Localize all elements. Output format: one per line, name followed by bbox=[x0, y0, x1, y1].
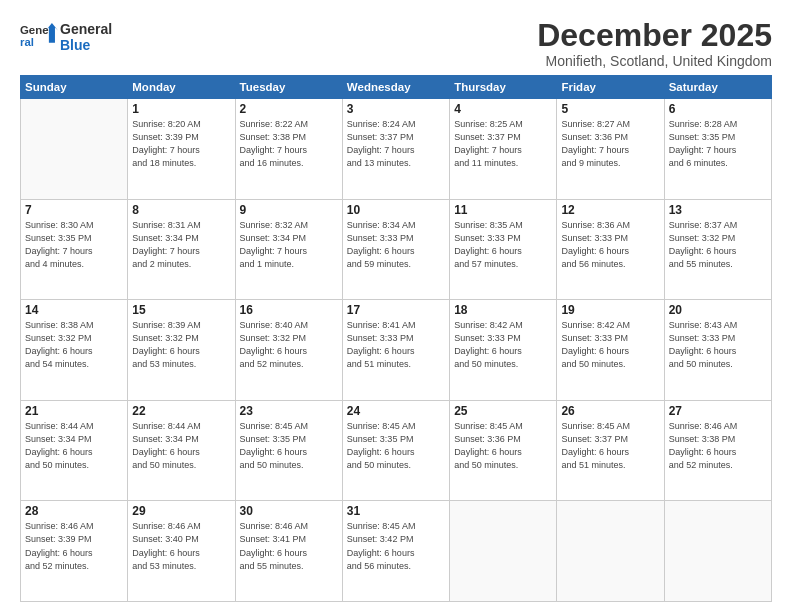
svg-text:ral: ral bbox=[20, 36, 34, 48]
cell-content: Sunrise: 8:37 AM Sunset: 3:32 PM Dayligh… bbox=[669, 219, 767, 271]
header-day-monday: Monday bbox=[128, 76, 235, 99]
header-day-thursday: Thursday bbox=[450, 76, 557, 99]
day-number: 8 bbox=[132, 203, 230, 217]
day-number: 31 bbox=[347, 504, 445, 518]
cell-content: Sunrise: 8:41 AM Sunset: 3:33 PM Dayligh… bbox=[347, 319, 445, 371]
cell-content: Sunrise: 8:22 AM Sunset: 3:38 PM Dayligh… bbox=[240, 118, 338, 170]
cell-w4-d4: 24Sunrise: 8:45 AM Sunset: 3:35 PM Dayli… bbox=[342, 400, 449, 501]
calendar-header-row: SundayMondayTuesdayWednesdayThursdayFrid… bbox=[21, 76, 772, 99]
cell-w5-d5 bbox=[450, 501, 557, 602]
cell-w4-d2: 22Sunrise: 8:44 AM Sunset: 3:34 PM Dayli… bbox=[128, 400, 235, 501]
header-day-friday: Friday bbox=[557, 76, 664, 99]
day-number: 24 bbox=[347, 404, 445, 418]
cell-w4-d3: 23Sunrise: 8:45 AM Sunset: 3:35 PM Dayli… bbox=[235, 400, 342, 501]
cell-content: Sunrise: 8:46 AM Sunset: 3:39 PM Dayligh… bbox=[25, 520, 123, 572]
cell-content: Sunrise: 8:31 AM Sunset: 3:34 PM Dayligh… bbox=[132, 219, 230, 271]
cell-content: Sunrise: 8:30 AM Sunset: 3:35 PM Dayligh… bbox=[25, 219, 123, 271]
cell-content: Sunrise: 8:27 AM Sunset: 3:36 PM Dayligh… bbox=[561, 118, 659, 170]
svg-text:Gene: Gene bbox=[20, 24, 49, 36]
week-row-3: 14Sunrise: 8:38 AM Sunset: 3:32 PM Dayli… bbox=[21, 300, 772, 401]
day-number: 7 bbox=[25, 203, 123, 217]
day-number: 17 bbox=[347, 303, 445, 317]
cell-content: Sunrise: 8:46 AM Sunset: 3:41 PM Dayligh… bbox=[240, 520, 338, 572]
cell-content: Sunrise: 8:44 AM Sunset: 3:34 PM Dayligh… bbox=[25, 420, 123, 472]
day-number: 25 bbox=[454, 404, 552, 418]
cell-w3-d4: 17Sunrise: 8:41 AM Sunset: 3:33 PM Dayli… bbox=[342, 300, 449, 401]
cell-w3-d5: 18Sunrise: 8:42 AM Sunset: 3:33 PM Dayli… bbox=[450, 300, 557, 401]
location: Monifieth, Scotland, United Kingdom bbox=[537, 53, 772, 69]
cell-w3-d3: 16Sunrise: 8:40 AM Sunset: 3:32 PM Dayli… bbox=[235, 300, 342, 401]
cell-w5-d6 bbox=[557, 501, 664, 602]
cell-w2-d3: 9Sunrise: 8:32 AM Sunset: 3:34 PM Daylig… bbox=[235, 199, 342, 300]
day-number: 1 bbox=[132, 102, 230, 116]
cell-w1-d3: 2Sunrise: 8:22 AM Sunset: 3:38 PM Daylig… bbox=[235, 99, 342, 200]
cell-w1-d4: 3Sunrise: 8:24 AM Sunset: 3:37 PM Daylig… bbox=[342, 99, 449, 200]
cell-content: Sunrise: 8:25 AM Sunset: 3:37 PM Dayligh… bbox=[454, 118, 552, 170]
cell-content: Sunrise: 8:42 AM Sunset: 3:33 PM Dayligh… bbox=[561, 319, 659, 371]
cell-w2-d1: 7Sunrise: 8:30 AM Sunset: 3:35 PM Daylig… bbox=[21, 199, 128, 300]
cell-w3-d2: 15Sunrise: 8:39 AM Sunset: 3:32 PM Dayli… bbox=[128, 300, 235, 401]
day-number: 16 bbox=[240, 303, 338, 317]
header: Gene ral General Blue December 2025 Moni… bbox=[20, 18, 772, 69]
day-number: 5 bbox=[561, 102, 659, 116]
day-number: 28 bbox=[25, 504, 123, 518]
header-day-sunday: Sunday bbox=[21, 76, 128, 99]
logo-svg: Gene ral bbox=[20, 18, 58, 56]
day-number: 27 bbox=[669, 404, 767, 418]
day-number: 2 bbox=[240, 102, 338, 116]
day-number: 30 bbox=[240, 504, 338, 518]
cell-content: Sunrise: 8:32 AM Sunset: 3:34 PM Dayligh… bbox=[240, 219, 338, 271]
page: Gene ral General Blue December 2025 Moni… bbox=[0, 0, 792, 612]
cell-w1-d6: 5Sunrise: 8:27 AM Sunset: 3:36 PM Daylig… bbox=[557, 99, 664, 200]
cell-w1-d2: 1Sunrise: 8:20 AM Sunset: 3:39 PM Daylig… bbox=[128, 99, 235, 200]
day-number: 23 bbox=[240, 404, 338, 418]
cell-w5-d7 bbox=[664, 501, 771, 602]
day-number: 3 bbox=[347, 102, 445, 116]
header-day-wednesday: Wednesday bbox=[342, 76, 449, 99]
title-section: December 2025 Monifieth, Scotland, Unite… bbox=[537, 18, 772, 69]
day-number: 11 bbox=[454, 203, 552, 217]
cell-w2-d5: 11Sunrise: 8:35 AM Sunset: 3:33 PM Dayli… bbox=[450, 199, 557, 300]
cell-w4-d7: 27Sunrise: 8:46 AM Sunset: 3:38 PM Dayli… bbox=[664, 400, 771, 501]
cell-w2-d7: 13Sunrise: 8:37 AM Sunset: 3:32 PM Dayli… bbox=[664, 199, 771, 300]
day-number: 9 bbox=[240, 203, 338, 217]
day-number: 13 bbox=[669, 203, 767, 217]
day-number: 22 bbox=[132, 404, 230, 418]
week-row-2: 7Sunrise: 8:30 AM Sunset: 3:35 PM Daylig… bbox=[21, 199, 772, 300]
day-number: 18 bbox=[454, 303, 552, 317]
cell-content: Sunrise: 8:44 AM Sunset: 3:34 PM Dayligh… bbox=[132, 420, 230, 472]
cell-content: Sunrise: 8:20 AM Sunset: 3:39 PM Dayligh… bbox=[132, 118, 230, 170]
cell-content: Sunrise: 8:39 AM Sunset: 3:32 PM Dayligh… bbox=[132, 319, 230, 371]
cell-w1-d1 bbox=[21, 99, 128, 200]
calendar-table: SundayMondayTuesdayWednesdayThursdayFrid… bbox=[20, 75, 772, 602]
cell-w3-d1: 14Sunrise: 8:38 AM Sunset: 3:32 PM Dayli… bbox=[21, 300, 128, 401]
cell-content: Sunrise: 8:45 AM Sunset: 3:35 PM Dayligh… bbox=[240, 420, 338, 472]
cell-w4-d6: 26Sunrise: 8:45 AM Sunset: 3:37 PM Dayli… bbox=[557, 400, 664, 501]
day-number: 26 bbox=[561, 404, 659, 418]
cell-content: Sunrise: 8:43 AM Sunset: 3:33 PM Dayligh… bbox=[669, 319, 767, 371]
cell-w2-d4: 10Sunrise: 8:34 AM Sunset: 3:33 PM Dayli… bbox=[342, 199, 449, 300]
day-number: 29 bbox=[132, 504, 230, 518]
cell-content: Sunrise: 8:35 AM Sunset: 3:33 PM Dayligh… bbox=[454, 219, 552, 271]
cell-w4-d1: 21Sunrise: 8:44 AM Sunset: 3:34 PM Dayli… bbox=[21, 400, 128, 501]
header-day-tuesday: Tuesday bbox=[235, 76, 342, 99]
cell-w4-d5: 25Sunrise: 8:45 AM Sunset: 3:36 PM Dayli… bbox=[450, 400, 557, 501]
day-number: 6 bbox=[669, 102, 767, 116]
logo-text-blue: Blue bbox=[60, 37, 112, 53]
cell-w1-d5: 4Sunrise: 8:25 AM Sunset: 3:37 PM Daylig… bbox=[450, 99, 557, 200]
header-day-saturday: Saturday bbox=[664, 76, 771, 99]
cell-content: Sunrise: 8:24 AM Sunset: 3:37 PM Dayligh… bbox=[347, 118, 445, 170]
cell-w2-d6: 12Sunrise: 8:36 AM Sunset: 3:33 PM Dayli… bbox=[557, 199, 664, 300]
cell-content: Sunrise: 8:38 AM Sunset: 3:32 PM Dayligh… bbox=[25, 319, 123, 371]
cell-w5-d2: 29Sunrise: 8:46 AM Sunset: 3:40 PM Dayli… bbox=[128, 501, 235, 602]
week-row-5: 28Sunrise: 8:46 AM Sunset: 3:39 PM Dayli… bbox=[21, 501, 772, 602]
cell-content: Sunrise: 8:36 AM Sunset: 3:33 PM Dayligh… bbox=[561, 219, 659, 271]
cell-content: Sunrise: 8:34 AM Sunset: 3:33 PM Dayligh… bbox=[347, 219, 445, 271]
cell-content: Sunrise: 8:45 AM Sunset: 3:37 PM Dayligh… bbox=[561, 420, 659, 472]
cell-w3-d7: 20Sunrise: 8:43 AM Sunset: 3:33 PM Dayli… bbox=[664, 300, 771, 401]
day-number: 10 bbox=[347, 203, 445, 217]
cell-content: Sunrise: 8:45 AM Sunset: 3:36 PM Dayligh… bbox=[454, 420, 552, 472]
day-number: 14 bbox=[25, 303, 123, 317]
cell-content: Sunrise: 8:46 AM Sunset: 3:40 PM Dayligh… bbox=[132, 520, 230, 572]
cell-w5-d1: 28Sunrise: 8:46 AM Sunset: 3:39 PM Dayli… bbox=[21, 501, 128, 602]
